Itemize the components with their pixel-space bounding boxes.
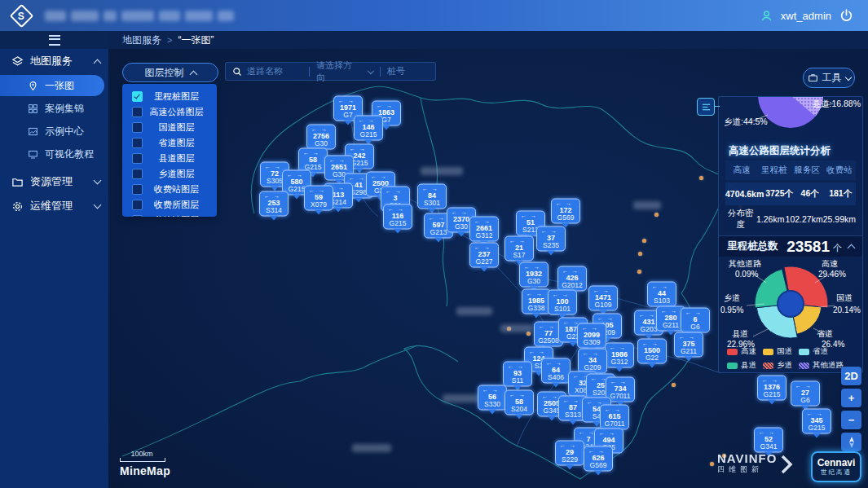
stats-density-row: 分布密度1.26km102.27km25.99km [725,208,856,231]
legend-item[interactable]: 县道 [727,360,756,371]
zoom-out-button[interactable]: − [841,411,861,429]
layer-row[interactable]: 省道图层 [122,135,217,151]
zoom-in-button[interactable]: + [841,389,861,407]
milestone-marker[interactable]: ←→253S314 [259,191,289,217]
milestone-marker[interactable]: ←→56S330 [478,385,507,411]
milestone-marker[interactable]: ←→2099G309 [577,323,606,349]
milestone-marker[interactable]: ←→34G209 [578,349,607,374]
layer-checkbox[interactable] [132,200,143,210]
milestone-marker[interactable]: ←→1986G312 [605,343,634,368]
chevron-down-icon [94,201,102,209]
layer-row[interactable]: 收费所图层 [122,197,217,213]
direction-arrows-icon: ←→ [648,284,676,289]
locate-compass-button[interactable] [841,433,861,451]
sidebar-item-tutorial[interactable]: 可视化教程 [0,143,108,165]
road-name-input[interactable]: 道路名称 [247,65,283,77]
sidebar-collapse-bar[interactable] [0,31,108,49]
marker-road-code: G569 [552,214,579,222]
sidebar-item-cases[interactable]: 案例集锦 [0,98,108,119]
milestone-marker[interactable]: ←→93S11 [503,362,532,387]
milestone-marker[interactable]: ←→6G6 [681,308,710,333]
milestone-marker[interactable]: ←→375G211 [674,332,703,358]
sidebar-item-one-map[interactable]: 一张图 [0,75,104,96]
milestone-marker[interactable]: ←→58S204 [504,390,534,415]
legend-item[interactable]: 乡道 [763,360,792,371]
direction-select[interactable]: 请选择方向 [310,63,380,80]
legend-item[interactable]: 高速 [727,346,756,357]
stake-number-input[interactable]: 桩号 [387,65,405,77]
milestone-marker[interactable]: ←→2756G30 [306,125,336,150]
logout-power-icon[interactable] [839,9,853,23]
layer-control-button[interactable]: 图层控制 [122,63,218,82]
milestone-marker[interactable]: ←→1985G338 [522,289,551,314]
breadcrumb-root[interactable]: 地图服务 [122,33,161,47]
milestone-marker[interactable]: ←→37S235 [536,226,566,252]
milestone-marker[interactable]: ←→626G569 [584,446,613,472]
username[interactable]: xwt_admin [781,10,831,22]
layer-checkbox[interactable] [132,91,143,102]
legend-item[interactable]: 其他道路 [799,360,844,371]
sidebar-item-examples[interactable]: 示例中心 [0,121,108,142]
milestone-marker[interactable]: ←→146G215 [354,116,383,141]
hamburger-icon[interactable] [49,35,60,46]
milestone-marker[interactable]: ←→100S101 [548,290,577,315]
layer-row[interactable]: 收费站图层 [122,182,217,197]
layer-checkbox[interactable] [132,153,143,164]
marker-road-code: S314 [260,207,288,214]
rose-label-name: 高速 [822,258,838,270]
panel-toggle-button[interactable] [697,98,715,116]
milestone-total-header[interactable]: 里程桩总数 23581 个 [719,235,862,257]
layer-row[interactable]: 乡道图层 [122,166,217,182]
milestone-marker[interactable]: ←→21S17 [504,236,534,262]
milestone-marker[interactable]: ←→237G227 [469,243,499,268]
layer-checkbox[interactable] [132,215,143,217]
marker-road-code: G215 [355,131,382,138]
milestone-marker[interactable]: ←→59X079 [304,186,333,211]
milestone-marker[interactable]: ←→116G215 [383,204,412,230]
milestone-marker[interactable]: ←→426G2012 [557,266,587,292]
milestone-marker[interactable]: ←→1932G30 [519,262,549,288]
layer-checkbox[interactable] [132,122,143,133]
legend-chip [727,363,738,369]
layer-label: 收费站图层 [143,183,210,196]
marker-road-code: G569 [584,462,612,469]
tools-button[interactable]: 工具 [803,68,855,88]
redacted-place-label [443,394,480,402]
layer-row[interactable]: 县道图层 [122,151,217,166]
redacted-place-label [456,307,492,315]
map-mode-2d-button[interactable]: 2D [841,367,861,385]
milestone-marker[interactable]: ←→84S301 [417,184,447,209]
layer-checkbox[interactable] [132,138,143,148]
milestone-marker[interactable]: ←→52G341 [754,428,783,453]
sidebar-group-resources[interactable]: 资源管理 [0,169,108,194]
redacted-place-label [633,201,661,209]
legend-item[interactable]: 省道 [799,346,828,357]
milestone-marker[interactable]: ←→345G215 [802,409,831,434]
legend-item[interactable]: 国道 [763,346,792,357]
milestone-marker[interactable]: ←→27G6 [791,381,820,407]
marker-road-code: G30 [520,278,548,285]
milestone-marker[interactable]: ←→1500G22 [637,339,667,364]
layer-row[interactable]: 养护站图层 [122,213,217,217]
direction-arrows-icon: ←→ [305,187,333,193]
layer-row[interactable]: 国道图层 [122,120,217,135]
milestone-marker[interactable]: ←→615G7011 [600,405,629,430]
milestone-marker[interactable]: ←→2661G312 [469,217,499,242]
layer-checkbox[interactable] [132,107,143,117]
layer-row[interactable]: 里程桩图层 [122,89,217,104]
milestone-marker[interactable]: ←→29S229 [555,441,584,466]
milestone-marker[interactable]: ←→172G569 [551,199,580,224]
collapse-chevron-icon[interactable] [848,244,856,253]
milestone-marker[interactable]: ←→1471G109 [588,286,618,311]
milestone-marker[interactable]: ←→64S406 [541,358,571,384]
milestone-marker[interactable]: ←→44S103 [647,282,676,307]
milestone-marker[interactable]: ←→1376G215 [757,376,786,401]
road-search-bar[interactable]: 道路名称 请选择方向 桩号 [225,62,436,81]
sidebar-group-ops[interactable]: 运维管理 [0,194,108,218]
gear-icon [11,200,24,213]
layer-checkbox[interactable] [132,169,143,179]
layer-row[interactable]: 高速公路图层 [122,104,217,120]
sidebar-group-map-service[interactable]: 地图服务 [0,49,108,73]
layer-checkbox[interactable] [132,184,143,195]
direction-arrows-icon: ←→ [579,350,606,356]
